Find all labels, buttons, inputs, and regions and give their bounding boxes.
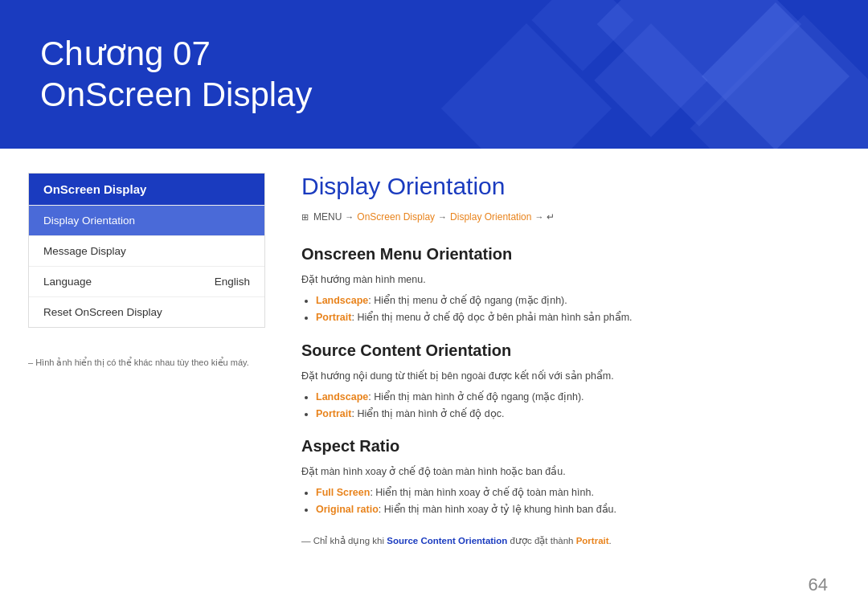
- section-body-onscreen-menu: Đặt hướng màn hình menu.: [301, 272, 820, 288]
- sidebar: OnScreen Display Display Orientation Mes…: [0, 149, 277, 613]
- bullet-text: : Hiển thị menu ở chế độ ngang (mặc định…: [368, 295, 567, 306]
- bullet-list-onscreen-menu: Landscape: Hiển thị menu ở chế độ ngang …: [316, 292, 820, 327]
- highlight-original-ratio: Original ratio: [316, 504, 379, 515]
- section-onscreen-menu: Onscreen Menu Orientation Đặt hướng màn …: [301, 245, 820, 327]
- section-body-source-content: Đặt hướng nội dung từ thiết bị bên ngoài…: [301, 368, 820, 384]
- bullet-text: : Hiển thị màn hình ở chế độ dọc.: [351, 408, 504, 419]
- sidebar-item-display-orientation[interactable]: Display Orientation: [29, 206, 264, 236]
- chapter-number: Chương 07: [40, 34, 312, 74]
- section-aspect-ratio: Aspect Ratio Đặt màn hình xoay ở chế độ …: [301, 437, 820, 548]
- sidebar-menu: OnScreen Display Display Orientation Mes…: [28, 173, 265, 328]
- header-decoration: [391, 0, 868, 149]
- bc-arrow-3: →: [534, 212, 543, 222]
- bc-arrow-1: →: [345, 212, 354, 222]
- list-item: Portrait: Hiển thị màn hình ở chế độ dọc…: [316, 406, 820, 423]
- sidebar-item-message-display[interactable]: Message Display: [29, 236, 264, 267]
- sidebar-item-language[interactable]: Language English: [29, 267, 264, 297]
- language-value: English: [215, 276, 250, 288]
- content-area: Display Orientation ⊞ MENU → OnScreen Di…: [277, 149, 868, 613]
- highlight-portrait-2: Portrait: [316, 408, 351, 419]
- section-title-onscreen-menu: Onscreen Menu Orientation: [301, 245, 820, 264]
- main-layout: OnScreen Display Display Orientation Mes…: [0, 149, 868, 613]
- breadcrumb-menu: MENU: [313, 211, 342, 223]
- bc-link-1[interactable]: OnScreen Display: [357, 211, 435, 223]
- sidebar-footnote: – Hình ảnh hiển thị có thể khác nhau tùy…: [28, 356, 277, 370]
- list-item: Landscape: Hiển thị menu ở chế độ ngang …: [316, 292, 820, 309]
- highlight-portrait: Portrait: [316, 312, 351, 323]
- bullet-text: : Hiển thị menu ở chế độ dọc ở bên phải …: [351, 312, 632, 323]
- highlight-landscape: Landscape: [316, 295, 368, 306]
- menu-icon: ⊞: [301, 212, 309, 223]
- bullet-list-aspect-ratio: Full Screen: Hiển thị màn hình xoay ở ch…: [316, 484, 820, 519]
- list-item: Landscape: Hiển thị màn hình ở chế độ ng…: [316, 389, 820, 406]
- bc-link-2[interactable]: Display Orientation: [450, 211, 531, 223]
- content-title: Display Orientation: [301, 173, 820, 200]
- note-highlight-portrait: Portrait: [576, 536, 609, 546]
- bc-arrow-2: →: [438, 212, 447, 222]
- page-number: 64: [809, 574, 828, 595]
- section-source-content: Source Content Orientation Đặt hướng nội…: [301, 341, 820, 423]
- sidebar-item-reset[interactable]: Reset OnScreen Display: [29, 297, 264, 327]
- chapter-title: OnScreen Display: [40, 75, 312, 115]
- bullet-text: : Hiển thị màn hình ở chế độ ngang (mặc …: [368, 391, 583, 403]
- section-title-aspect-ratio: Aspect Ratio: [301, 437, 820, 456]
- header-title: Chương 07 OnScreen Display: [40, 34, 312, 115]
- list-item: Original ratio: Hiển thị màn hình xoay ở…: [316, 501, 820, 518]
- language-label: Language: [43, 276, 92, 288]
- breadcrumb: ⊞ MENU → OnScreen Display → Display Orie…: [301, 211, 820, 223]
- bc-end: ↵: [547, 211, 555, 223]
- note-highlight-source: Source Content Orientation: [387, 536, 507, 546]
- list-item: Full Screen: Hiển thị màn hình xoay ở ch…: [316, 484, 820, 501]
- page-header: Chương 07 OnScreen Display: [0, 0, 868, 149]
- list-item: Portrait: Hiển thị menu ở chế độ dọc ở b…: [316, 309, 820, 326]
- sidebar-item-onscreen-display[interactable]: OnScreen Display: [29, 174, 264, 206]
- section-title-source-content: Source Content Orientation: [301, 341, 820, 360]
- bullet-text: : Hiển thị màn hình xoay ở tỷ lệ khung h…: [379, 504, 616, 515]
- aspect-ratio-note: ― Chỉ khả dụng khi Source Content Orient…: [301, 533, 820, 548]
- bullet-list-source-content: Landscape: Hiển thị màn hình ở chế độ ng…: [316, 389, 820, 423]
- footnote-text: – Hình ảnh hiển thị có thể khác nhau tùy…: [28, 358, 249, 367]
- highlight-fullscreen: Full Screen: [316, 487, 370, 498]
- section-body-aspect-ratio: Đặt màn hình xoay ở chế độ toàn màn hình…: [301, 464, 820, 480]
- highlight-landscape-2: Landscape: [316, 391, 368, 403]
- bullet-text: : Hiển thị màn hình xoay ở chế độ toàn m…: [370, 487, 594, 498]
